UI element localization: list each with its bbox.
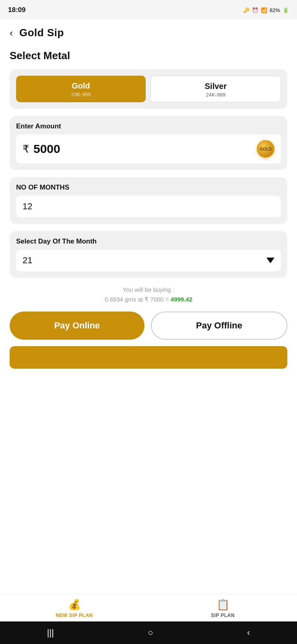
gold-button[interactable]: Gold 24K-999 [16, 76, 146, 102]
status-icons: 🔑 ⏰ 📶 82% 🔋 [243, 7, 289, 13]
sip-plan-label: SIP PLAN [211, 613, 235, 618]
buying-info-line2: 0.6934 gms at ₹ 7000 = 4999.42 [10, 295, 287, 304]
silver-label: Silver [205, 82, 227, 91]
amount-input-row[interactable]: ₹ 5000 GOLD [16, 134, 281, 163]
alarm-icon: ⏰ [252, 7, 258, 13]
buying-info: You will be buying : 0.6934 gms at ₹ 700… [10, 285, 287, 304]
metal-selector-card: Gold 24K-999 Silver 24K-999 [10, 69, 287, 109]
amount-card: Enter Amount ₹ 5000 GOLD [10, 116, 287, 170]
gold-sub: 24K-999 [71, 91, 91, 97]
sys-home-button[interactable]: ○ [148, 627, 153, 638]
chevron-down-icon [266, 258, 274, 263]
gold-band [10, 346, 287, 369]
gold-label: Gold [72, 81, 90, 91]
new-sip-label: NEW SIP PLAN [56, 613, 93, 618]
amount-label: Enter Amount [16, 122, 281, 130]
silver-sub: 24K-999 [206, 92, 225, 98]
section-title: Select Metal [10, 50, 287, 62]
amount-value[interactable]: 5000 [33, 142, 253, 156]
page-title: Gold Sip [19, 27, 64, 39]
silver-button[interactable]: Silver 24K-999 [151, 76, 281, 102]
header: ‹ Gold Sip [0, 19, 297, 43]
system-nav: ||| ○ ‹ [0, 621, 297, 644]
day-select-row[interactable]: 21 [16, 250, 281, 271]
main-content: Select Metal Gold 24K-999 Silver 24K-999… [0, 43, 297, 594]
months-input[interactable]: 12 [16, 196, 281, 217]
nav-new-sip-plan[interactable]: 💰 NEW SIP PLAN [0, 599, 148, 618]
rupee-symbol: ₹ [23, 143, 29, 155]
action-buttons: Pay Online Pay Offline [10, 312, 287, 340]
battery-icon: 🔋 [283, 7, 289, 13]
months-card: NO OF MONTHS 12 [10, 177, 287, 224]
key-icon: 🔑 [243, 7, 250, 13]
day-label: Select Day Of The Month [16, 237, 281, 246]
day-value: 21 [23, 255, 32, 266]
months-value[interactable]: 12 [23, 201, 32, 211]
months-label: NO OF MONTHS [16, 184, 281, 192]
status-bar: 18:09 🔑 ⏰ 📶 82% 🔋 [0, 0, 297, 19]
back-button[interactable]: ‹ [10, 27, 13, 39]
signal-icon: 📶 [261, 7, 267, 13]
battery-label: 82% [270, 7, 280, 13]
pay-offline-button[interactable]: Pay Offline [151, 312, 287, 340]
new-sip-icon: 💰 [68, 599, 81, 611]
gold-coin-icon: GOLD [257, 140, 274, 158]
sip-plan-icon: 📋 [217, 599, 229, 611]
bottom-nav: 💰 NEW SIP PLAN 📋 SIP PLAN [0, 594, 297, 621]
buying-info-value: 4999.42 [171, 296, 192, 303]
day-card: Select Day Of The Month 21 [10, 231, 287, 278]
metal-selector: Gold 24K-999 Silver 24K-999 [16, 76, 281, 102]
buying-info-prefix: 0.6934 gms at ₹ 7000 = [105, 296, 171, 303]
pay-online-button[interactable]: Pay Online [10, 312, 144, 340]
buying-info-line1: You will be buying : [10, 285, 287, 295]
sys-menu-button[interactable]: ||| [47, 627, 54, 638]
status-time: 18:09 [8, 6, 25, 14]
sys-back-button[interactable]: ‹ [247, 627, 250, 638]
nav-sip-plan[interactable]: 📋 SIP PLAN [148, 599, 297, 618]
